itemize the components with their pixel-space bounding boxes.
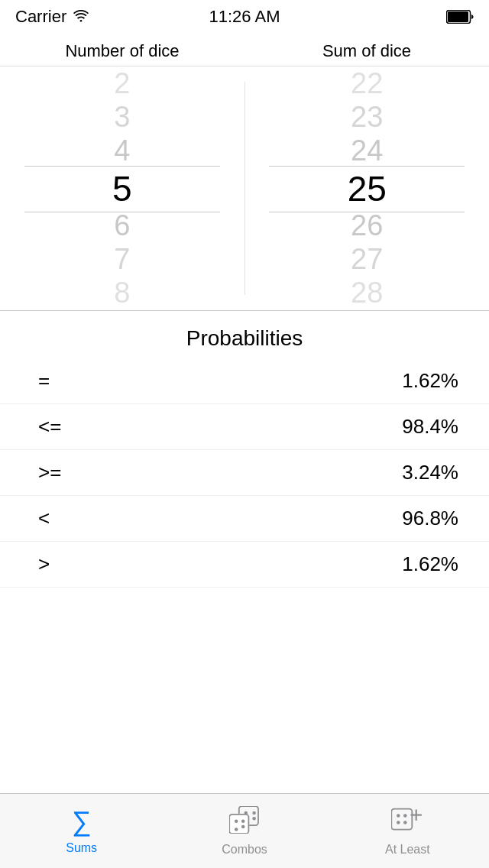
prob-operator: <=	[38, 415, 84, 439]
tab-combos-label: Combos	[222, 843, 267, 857]
picker-dice-item[interactable]: 6	[0, 209, 244, 243]
prob-value: 98.4%	[402, 415, 458, 439]
prob-operator: >=	[38, 461, 84, 484]
tab-sums[interactable]: ∑ Sums	[0, 794, 163, 868]
col-header-sum: Sum of dice	[244, 41, 489, 61]
svg-point-8	[235, 819, 238, 823]
sigma-icon: ∑	[72, 808, 92, 835]
picker-sum-item[interactable]: 25	[245, 168, 490, 209]
prob-operator: >	[38, 552, 84, 576]
svg-rect-12	[392, 808, 413, 829]
column-headers: Number of dice Sum of dice	[0, 34, 489, 66]
tab-bar: ∑ Sums Combos	[0, 793, 489, 868]
picker-sum-item[interactable]: 23	[245, 100, 490, 134]
prob-row: <96.8%	[0, 496, 489, 542]
svg-point-16	[403, 814, 407, 818]
svg-point-14	[403, 821, 407, 824]
prob-row: <=98.4%	[0, 404, 489, 450]
svg-rect-1	[448, 11, 468, 22]
picker-sum-item[interactable]: 28	[245, 277, 490, 310]
dice-combos-icon	[229, 806, 260, 837]
svg-point-11	[241, 819, 245, 823]
picker-dice-item[interactable]: 5	[0, 168, 244, 209]
picker-dice-item[interactable]: 8	[0, 277, 244, 310]
svg-point-10	[235, 828, 238, 831]
svg-point-4	[252, 811, 256, 815]
picker-sum-col[interactable]: 22232425262728	[245, 66, 490, 310]
status-bar: Carrier 11:26 AM	[0, 0, 489, 34]
picker-dice-col[interactable]: 2345678	[0, 66, 244, 310]
svg-point-13	[397, 814, 400, 818]
tab-atleast[interactable]: At Least	[326, 794, 489, 868]
prob-row: >=3.24%	[0, 450, 489, 496]
prob-title: Probabilities	[0, 326, 489, 351]
svg-point-9	[241, 824, 245, 828]
carrier-label: Carrier	[15, 7, 89, 27]
picker-dice-item[interactable]: 7	[0, 243, 244, 277]
picker-dice-item[interactable]: 3	[0, 100, 244, 134]
svg-point-15	[397, 821, 400, 824]
wifi-icon	[73, 7, 89, 27]
prob-row: =1.62%	[0, 358, 489, 404]
picker-sum-item[interactable]: 22	[245, 66, 490, 100]
prob-operator: =	[38, 369, 84, 393]
tab-atleast-label: At Least	[385, 843, 430, 857]
prob-operator: <	[38, 507, 84, 530]
tab-combos[interactable]: Combos	[163, 794, 325, 868]
col-header-dice: Number of dice	[0, 41, 244, 61]
status-time: 11:26 AM	[209, 7, 280, 27]
picker-container[interactable]: 2345678 22232425262728	[0, 66, 489, 311]
atleast-icon	[391, 806, 423, 837]
picker-sum-item[interactable]: 27	[245, 243, 490, 277]
picker-dice-item[interactable]: 2	[0, 66, 244, 100]
picker-sum-item[interactable]: 26	[245, 209, 490, 243]
prob-value: 96.8%	[402, 507, 458, 530]
prob-value: 1.62%	[402, 552, 458, 576]
svg-rect-7	[229, 814, 248, 833]
picker-dice-item[interactable]: 4	[0, 134, 244, 167]
prob-row: >1.62%	[0, 542, 489, 588]
battery-icon	[446, 10, 474, 24]
prob-value: 3.24%	[402, 461, 458, 484]
picker-sum-item[interactable]: 24	[245, 134, 490, 167]
svg-point-6	[252, 816, 256, 820]
prob-value: 1.62%	[402, 369, 458, 393]
tab-sums-label: Sums	[66, 841, 97, 855]
probabilities-section: Probabilities =1.62%<=98.4%>=3.24%<96.8%…	[0, 311, 489, 595]
carrier-text: Carrier	[15, 7, 66, 27]
